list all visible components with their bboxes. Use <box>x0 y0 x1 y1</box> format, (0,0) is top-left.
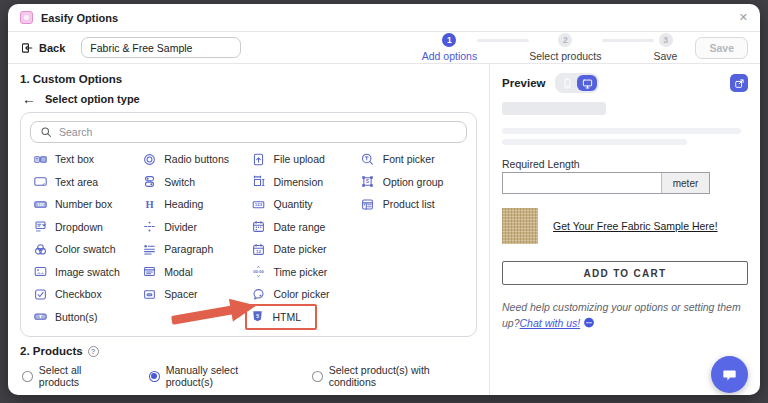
option-type-quantity[interactable]: 123Quantity <box>249 193 358 216</box>
help-question-icon[interactable]: ? <box>88 346 99 357</box>
option-type-date-range[interactable]: Date range <box>249 216 358 239</box>
option-type-card: Search Text boxText area123Number boxDro… <box>20 112 477 337</box>
option-type-label: Radio buttons <box>164 153 229 165</box>
help-text: Need help customizing your options or se… <box>502 299 748 334</box>
select-option-type-label: Select option type <box>45 93 140 105</box>
datepicker-icon: 12 <box>252 242 266 256</box>
daterange-icon <box>252 220 266 234</box>
option-type-heading[interactable]: HHeading <box>139 193 248 216</box>
option-type-modal[interactable]: Modal <box>139 261 248 284</box>
required-length-label: Required Length <box>502 158 748 170</box>
modal-icon <box>142 265 156 279</box>
back-button[interactable]: Back <box>20 41 65 55</box>
radio-select-all-products[interactable]: Select all products <box>22 364 123 388</box>
step-connector <box>477 39 529 42</box>
back-arrow-icon[interactable]: ← <box>22 94 36 104</box>
back-label: Back <box>39 42 65 54</box>
option-search-input[interactable]: Search <box>30 121 467 143</box>
option-type-label: Date range <box>274 221 326 233</box>
svg-text:H: H <box>145 199 154 210</box>
option-type-paragraph[interactable]: Paragraph <box>139 238 248 261</box>
mobile-view-button[interactable] <box>557 75 577 91</box>
radio-label: Manually select product(s) <box>166 364 286 388</box>
textarea-icon <box>33 175 47 189</box>
close-icon[interactable]: ✕ <box>739 11 748 24</box>
buttons-icon <box>33 310 47 324</box>
unit-suffix: meter <box>661 173 709 193</box>
option-type-color-swatch[interactable]: Color swatch <box>30 238 139 261</box>
option-type-product-list[interactable]: Product list <box>358 193 467 216</box>
option-type-text-box[interactable]: Text box <box>30 148 139 171</box>
exit-icon <box>20 41 34 55</box>
step-label: Save <box>654 50 678 62</box>
option-type-image-swatch[interactable]: Image swatch <box>30 261 139 284</box>
save-button[interactable]: Save <box>695 37 748 59</box>
step-number-badge: 1 <box>442 33 456 47</box>
radio-manually-select-product-s[interactable]: Manually select product(s) <box>149 364 286 388</box>
required-length-input[interactable] <box>503 173 661 193</box>
chat-widget-button[interactable] <box>711 356 748 393</box>
wizard-step-add-options[interactable]: 1Add options <box>422 33 477 62</box>
option-type-label: Color picker <box>274 288 330 300</box>
option-set-name-input[interactable] <box>81 37 241 58</box>
skeleton-line-placeholder <box>502 139 687 145</box>
option-type-time-picker[interactable]: 00:00Time picker <box>249 261 358 284</box>
option-type-label: Switch <box>164 176 195 188</box>
wizard-step-save[interactable]: 3Save <box>654 33 678 62</box>
option-type-color-picker[interactable]: Color picker <box>249 283 358 306</box>
textbox-icon <box>33 152 47 166</box>
option-type-label: Text area <box>55 176 98 188</box>
svg-text:5: 5 <box>256 314 259 319</box>
option-type-label: Modal <box>164 266 193 278</box>
option-type-label: Option group <box>383 176 444 188</box>
window-titlebar: Easify Options ✕ <box>8 4 760 32</box>
skeleton-line-placeholder <box>502 128 741 134</box>
option-type-label: Date picker <box>274 243 327 255</box>
option-type-spacer[interactable]: Spacer <box>139 283 248 306</box>
search-icon <box>39 125 53 139</box>
svg-text:12: 12 <box>256 249 261 254</box>
numberbox-icon: 123 <box>33 197 47 211</box>
option-type-checkbox[interactable]: Checkbox <box>30 283 139 306</box>
colorpicker-icon <box>252 287 266 301</box>
expand-preview-button[interactable] <box>730 74 748 92</box>
fileupload-icon <box>252 152 266 166</box>
radio-button-icon <box>312 371 323 382</box>
option-type-text-area[interactable]: Text area <box>30 171 139 194</box>
divider-icon <box>142 220 156 234</box>
option-type-dropdown[interactable]: Dropdown <box>30 216 139 239</box>
chat-with-us-link[interactable]: Chat with us! <box>520 317 581 329</box>
option-type-file-upload[interactable]: File upload <box>249 148 358 171</box>
add-to-cart-button[interactable]: ADD TO CART <box>502 261 748 285</box>
option-type-dimension[interactable]: Dimension <box>249 171 358 194</box>
desktop-view-button[interactable] <box>577 75 597 91</box>
option-type-option-group[interactable]: SOption group <box>358 171 467 194</box>
option-type-label: Divider <box>164 221 197 233</box>
wizard-steps: 1Add options2Select products3Save <box>422 33 678 62</box>
dimension-icon <box>252 175 266 189</box>
option-type-html[interactable]: 5HTML <box>245 304 317 330</box>
radio-button-icon <box>149 371 160 382</box>
option-type-font-picker[interactable]: Font picker <box>358 148 467 171</box>
option-type-grid: Text boxText area123Number boxDropdownCo… <box>30 148 467 328</box>
option-type-radio-buttons[interactable]: Radio buttons <box>139 148 248 171</box>
option-type-label: Quantity <box>274 198 313 210</box>
switch-icon <box>142 175 156 189</box>
option-type-switch[interactable]: Switch <box>139 171 248 194</box>
option-type-divider[interactable]: Divider <box>139 216 248 239</box>
option-type-date-picker[interactable]: 12Date picker <box>249 238 358 261</box>
svg-text:00:00: 00:00 <box>253 270 264 275</box>
preview-panel: Preview Required Length meter Get Your F… <box>490 64 760 395</box>
option-type-label: Product list <box>383 198 435 210</box>
radio-select-product-s-with-conditions[interactable]: Select product(s) with conditions <box>312 364 477 388</box>
option-type-button-s[interactable]: Button(s) <box>30 306 139 329</box>
fabric-sample-image <box>502 208 538 244</box>
option-type-label: Spacer <box>164 288 197 300</box>
option-type-number-box[interactable]: 123Number box <box>30 193 139 216</box>
fabric-sample-link[interactable]: Get Your Free Fabric Sample Here! <box>553 220 718 232</box>
wizard-step-select-products[interactable]: 2Select products <box>529 33 601 62</box>
checkbox-icon <box>33 287 47 301</box>
option-type-label: Number box <box>55 198 112 210</box>
option-type-column: Text boxText area123Number boxDropdownCo… <box>30 148 139 328</box>
option-type-label: Heading <box>164 198 203 210</box>
